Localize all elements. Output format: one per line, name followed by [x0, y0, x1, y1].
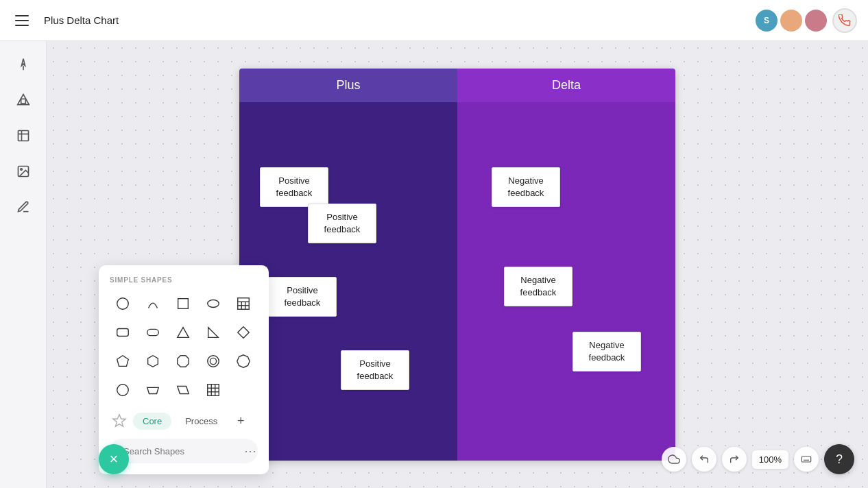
- delta-column: Negativefeedback Negativefeedback Negati…: [457, 102, 675, 461]
- fab-close-button[interactable]: ×: [99, 444, 129, 474]
- svg-marker-35: [113, 415, 125, 426]
- svg-rect-38: [801, 456, 810, 462]
- shape-table[interactable]: [230, 291, 256, 317]
- help-button[interactable]: ?: [824, 444, 854, 474]
- card-negative-2[interactable]: Negativefeedback: [504, 267, 572, 306]
- zoom-level: 100%: [752, 450, 788, 469]
- redo-button[interactable]: [722, 447, 747, 472]
- avatar-2: [780, 10, 802, 32]
- shape-arc[interactable]: [140, 291, 166, 317]
- svg-marker-22: [148, 356, 158, 367]
- shape-circle-outline[interactable]: [200, 348, 226, 374]
- collaborators: S: [756, 8, 857, 33]
- card-positive-4[interactable]: Positivefeedback: [341, 350, 409, 390]
- shape-right-triangle[interactable]: [200, 319, 226, 345]
- shape-octagon-small[interactable]: [170, 348, 196, 374]
- bottom-toolbar: 100% ?: [662, 444, 854, 474]
- document-title: Plus Delta Chart: [44, 14, 745, 26]
- canvas[interactable]: Plus Delta Positivefeedback Positivefeed…: [47, 41, 868, 488]
- shape-pentagon[interactable]: [110, 348, 136, 374]
- svg-marker-20: [238, 327, 250, 339]
- svg-rect-11: [238, 298, 250, 310]
- shape-grid-table[interactable]: [200, 377, 226, 403]
- shape-circle2[interactable]: [110, 377, 136, 403]
- svg-marker-19: [208, 328, 219, 338]
- shapes-panel: SIMPLE SHAPES: [99, 265, 269, 474]
- tab-process[interactable]: Process: [176, 413, 227, 430]
- shapes-grid: [110, 291, 258, 403]
- shapes-star-icon: [110, 411, 129, 430]
- svg-point-8: [117, 298, 129, 310]
- svg-point-25: [210, 358, 216, 364]
- card-positive-2[interactable]: Positivefeedback: [308, 204, 376, 243]
- sidebar-images-tool[interactable]: [8, 156, 38, 186]
- shape-parallelogram[interactable]: [170, 377, 196, 403]
- svg-rect-9: [178, 299, 189, 309]
- card-positive-1[interactable]: Positivefeedback: [260, 167, 328, 207]
- undo-button[interactable]: [692, 447, 716, 472]
- chart-header: Plus Delta: [239, 69, 675, 102]
- shapes-section-label: SIMPLE SHAPES: [110, 276, 258, 284]
- avatar-3: [805, 10, 827, 32]
- tab-core[interactable]: Core: [133, 413, 171, 430]
- svg-point-7: [20, 169, 21, 171]
- keyboard-shortcuts-button[interactable]: [794, 447, 819, 472]
- sidebar-shapes-tool[interactable]: [8, 85, 38, 115]
- svg-rect-30: [208, 385, 219, 396]
- svg-rect-17: [147, 329, 159, 335]
- svg-rect-3: [18, 131, 28, 141]
- call-button[interactable]: [832, 8, 857, 33]
- main-area: Plus Delta Positivefeedback Positivefeed…: [0, 41, 868, 488]
- sidebar: [0, 41, 47, 488]
- svg-marker-18: [178, 328, 189, 338]
- plus-header: Plus: [239, 69, 457, 102]
- tab-add-button[interactable]: +: [231, 411, 250, 430]
- chart-body: Positivefeedback Positivefeedback Positi…: [239, 102, 675, 461]
- svg-marker-26: [237, 355, 250, 367]
- shape-stadium[interactable]: [140, 319, 166, 345]
- search-input[interactable]: [123, 446, 239, 456]
- menu-button[interactable]: [11, 10, 33, 32]
- sidebar-frames-tool[interactable]: [8, 121, 38, 151]
- avatar-1: S: [756, 10, 777, 32]
- topbar: Plus Delta Chart S: [0, 0, 868, 41]
- shape-hexagon[interactable]: [140, 348, 166, 374]
- shape-decagon[interactable]: [230, 348, 256, 374]
- svg-rect-2: [21, 99, 25, 103]
- svg-marker-21: [117, 356, 129, 367]
- sidebar-draw-tool[interactable]: [8, 192, 38, 222]
- shape-circle[interactable]: [110, 291, 136, 317]
- cloud-save-button[interactable]: [662, 447, 686, 472]
- plus-column: Positivefeedback Positivefeedback Positi…: [239, 102, 457, 461]
- search-more-button[interactable]: ⋯: [244, 443, 256, 459]
- sidebar-cursor-tool[interactable]: [8, 49, 38, 80]
- card-positive-3[interactable]: Positivefeedback: [268, 277, 337, 317]
- plus-delta-chart: Plus Delta Positivefeedback Positivefeed…: [239, 69, 675, 461]
- card-negative-1[interactable]: Negativefeedback: [492, 167, 560, 207]
- svg-rect-16: [117, 329, 129, 337]
- shape-triangle[interactable]: [170, 319, 196, 345]
- shape-square[interactable]: [170, 291, 196, 317]
- svg-point-27: [117, 385, 129, 396]
- svg-point-10: [208, 300, 219, 308]
- shape-ellipse[interactable]: [200, 291, 226, 317]
- shape-tabs: Core Process +: [110, 411, 258, 430]
- svg-marker-28: [147, 387, 159, 393]
- shape-rounded-rect[interactable]: [110, 319, 136, 345]
- svg-marker-23: [178, 356, 189, 367]
- svg-marker-29: [178, 387, 189, 394]
- shape-trapezoid[interactable]: [140, 377, 166, 403]
- delta-header: Delta: [457, 69, 675, 102]
- shapes-search-bar[interactable]: ⋯: [110, 439, 258, 463]
- shape-diamond[interactable]: [230, 319, 256, 345]
- svg-point-24: [208, 356, 219, 367]
- card-negative-3[interactable]: Negativefeedback: [572, 332, 641, 371]
